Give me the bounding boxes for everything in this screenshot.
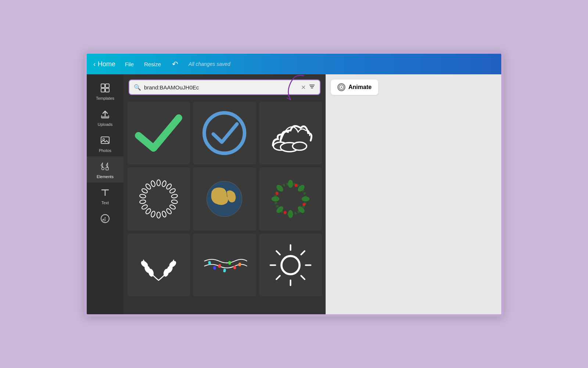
svg-point-18: [293, 142, 306, 150]
home-button[interactable]: ‹ Home: [93, 60, 115, 68]
search-area: 🔍 ✕: [123, 74, 326, 99]
svg-point-48: [271, 197, 279, 202]
undo-button[interactable]: ↶: [172, 60, 178, 68]
svg-point-8: [101, 215, 109, 223]
svg-rect-62: [229, 261, 232, 265]
main-area: Templates Uploads: [87, 74, 501, 314]
svg-point-31: [145, 208, 152, 215]
sidebar-label-templates: Templates: [96, 96, 114, 100]
elements-icon: [100, 162, 110, 173]
text-icon: [100, 188, 110, 199]
svg-rect-66: [233, 265, 236, 269]
saved-status: All changes saved: [189, 61, 230, 67]
sidebar-item-templates[interactable]: Templates: [87, 78, 123, 104]
back-arrow-icon: ‹: [93, 60, 96, 68]
sidebar-label-text: Text: [101, 201, 109, 205]
svg-line-75: [276, 276, 280, 279]
svg-point-27: [166, 208, 172, 215]
svg-point-53: [275, 192, 279, 196]
svg-point-33: [140, 199, 146, 204]
element-leaf-wreath[interactable]: [127, 167, 190, 230]
svg-point-26: [169, 204, 176, 210]
animate-button[interactable]: Animate: [331, 79, 378, 95]
svg-point-67: [282, 256, 300, 274]
svg-rect-3: [105, 88, 109, 92]
svg-point-21: [161, 180, 167, 187]
uploads-icon: [100, 109, 110, 120]
svg-point-28: [161, 211, 167, 218]
svg-rect-7: [106, 167, 108, 170]
svg-point-20: [157, 180, 161, 186]
svg-point-52: [283, 210, 287, 215]
animate-label: Animate: [348, 84, 372, 91]
sidebar-item-elements[interactable]: Elements: [87, 156, 123, 183]
svg-rect-63: [239, 262, 241, 266]
topbar: ‹ Home File Resize ↶ All changes saved: [87, 54, 501, 74]
photos-icon: [100, 135, 110, 146]
sidebar-item-photos[interactable]: Photos: [87, 130, 123, 156]
animate-icon: [337, 83, 345, 91]
more-icon: [100, 214, 110, 225]
element-green-checkmark[interactable]: [127, 102, 190, 164]
svg-rect-61: [218, 264, 221, 268]
search-input[interactable]: [144, 84, 298, 91]
canvas-area: Animate: [326, 74, 501, 314]
sidebar-item-uploads[interactable]: Uploads: [87, 104, 123, 130]
svg-point-29: [157, 212, 161, 218]
svg-rect-4: [101, 137, 109, 144]
svg-point-42: [288, 180, 293, 188]
content-panel: 🔍 ✕: [123, 74, 326, 314]
svg-line-72: [276, 251, 280, 255]
svg-rect-64: [213, 266, 216, 270]
element-rainbow-clouds[interactable]: [259, 102, 322, 164]
element-sun-circle[interactable]: [259, 234, 322, 297]
file-button[interactable]: File: [124, 60, 135, 69]
svg-point-24: [171, 194, 178, 198]
elements-grid: [123, 99, 326, 314]
search-icon: 🔍: [134, 84, 141, 91]
svg-point-25: [171, 199, 178, 204]
filter-icon[interactable]: [309, 83, 315, 91]
clear-icon[interactable]: ✕: [301, 84, 306, 91]
app-window: ‹ Home File Resize ↶ All changes saved T…: [85, 52, 503, 316]
svg-point-32: [141, 204, 148, 210]
sidebar-item-text[interactable]: Text: [87, 183, 123, 209]
element-olive-branch[interactable]: [127, 234, 190, 297]
element-string-lights[interactable]: [193, 234, 256, 297]
svg-point-34: [140, 194, 146, 198]
templates-icon: [100, 83, 110, 94]
svg-point-35: [141, 188, 148, 194]
sidebar-label-uploads: Uploads: [98, 122, 112, 127]
svg-point-77: [341, 86, 342, 88]
grid-row-1: [127, 102, 322, 164]
grid-row-2: [127, 167, 322, 230]
svg-point-23: [169, 188, 176, 194]
svg-rect-65: [223, 268, 226, 272]
svg-point-15: [204, 113, 245, 153]
search-box[interactable]: 🔍 ✕: [129, 79, 320, 95]
element-globe[interactable]: [193, 167, 256, 230]
svg-line-74: [301, 251, 305, 255]
svg-line-73: [301, 276, 305, 279]
sidebar-label-elements: Elements: [97, 174, 114, 179]
sidebar-item-more[interactable]: [87, 209, 123, 229]
svg-point-6: [102, 167, 104, 170]
svg-rect-60: [208, 261, 211, 265]
svg-point-36: [145, 183, 152, 190]
svg-rect-1: [105, 84, 109, 88]
sidebar: Templates Uploads: [87, 74, 123, 314]
svg-point-22: [166, 183, 172, 190]
home-label[interactable]: Home: [98, 60, 115, 68]
svg-rect-2: [101, 88, 105, 92]
svg-point-30: [150, 211, 156, 218]
svg-point-10: [105, 217, 106, 219]
svg-point-37: [150, 180, 156, 187]
resize-button[interactable]: Resize: [143, 60, 162, 69]
element-holly-wreath[interactable]: [259, 167, 322, 230]
svg-point-46: [288, 210, 293, 218]
grid-row-3: [127, 234, 322, 297]
element-blue-circle-checkmark[interactable]: [193, 102, 256, 164]
sidebar-label-photos: Photos: [99, 148, 111, 153]
svg-point-44: [301, 197, 309, 202]
svg-rect-0: [101, 84, 105, 88]
